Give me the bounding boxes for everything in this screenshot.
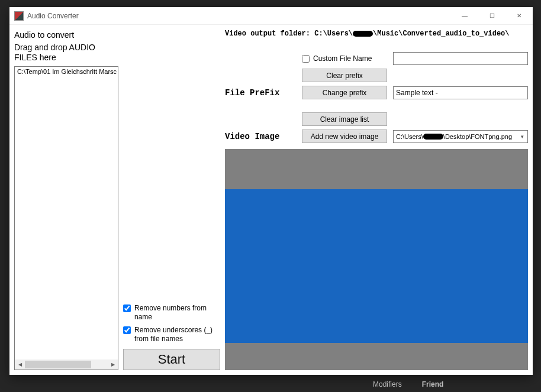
custom-filename-label: Custom File Name	[313, 54, 372, 63]
audio-heading-1: Audio to convert	[14, 30, 118, 41]
preview-top-band	[225, 149, 528, 189]
maximize-button[interactable]: ☐	[478, 7, 505, 25]
window-title: Audio Converter	[27, 12, 79, 20]
output-folder-label: Video output folder: C:\Users\\Music\Con…	[225, 30, 528, 38]
change-prefix-button[interactable]: Change prefix	[302, 86, 387, 99]
horizontal-scrollbar[interactable]: ◀ ▶	[15, 359, 118, 370]
video-image-heading: Video Image	[225, 132, 296, 141]
list-item[interactable]: C:\Temp\01 Im Gleichschritt Marsc	[15, 67, 118, 76]
remove-underscores-checkbox[interactable]	[123, 326, 131, 334]
audio-file-listbox[interactable]: C:\Temp\01 Im Gleichschritt Marsc ◀ ▶	[14, 66, 118, 371]
audio-heading-2: Drag and drop AUDIO FILES here	[14, 43, 118, 63]
video-image-combo[interactable]: C:\Users\\Desktop\FONTpng.png ▾	[393, 130, 528, 143]
minimize-button[interactable]: —	[451, 7, 478, 25]
clear-prefix-button[interactable]: Clear prefix	[302, 69, 387, 82]
preview-bottom-band	[225, 343, 528, 370]
scroll-track[interactable]	[25, 359, 108, 370]
clear-image-list-button[interactable]: Clear image list	[302, 112, 387, 126]
scroll-left-arrow-icon[interactable]: ◀	[15, 359, 25, 370]
start-button[interactable]: Start	[123, 349, 220, 370]
chevron-down-icon[interactable]: ▾	[518, 134, 526, 140]
remove-numbers-checkbox[interactable]	[123, 304, 131, 312]
close-button[interactable]: ✕	[505, 7, 533, 25]
custom-filename-input[interactable]	[393, 52, 528, 65]
file-prefix-heading: File PreFix	[225, 88, 296, 98]
add-video-image-button[interactable]: Add new video image	[302, 129, 387, 143]
video-image-preview	[225, 149, 528, 370]
app-window: Audio Converter — ☐ ✕ Audio to convert D…	[9, 7, 533, 375]
remove-underscores-label: Remove underscores (_) from file names	[134, 326, 220, 343]
bg-friend-label: Friend	[422, 380, 444, 388]
scroll-thumb[interactable]	[25, 361, 91, 368]
redacted-text	[423, 134, 443, 140]
preview-mid-band	[225, 189, 528, 343]
app-icon	[14, 11, 24, 21]
remove-numbers-label: Remove numbers from name	[134, 304, 220, 321]
custom-filename-checkbox[interactable]	[302, 55, 310, 63]
prefix-input[interactable]	[393, 86, 528, 99]
bg-modifiers-label: Modifiers	[373, 380, 402, 388]
titlebar[interactable]: Audio Converter — ☐ ✕	[9, 7, 533, 25]
redacted-text	[353, 31, 373, 37]
scroll-right-arrow-icon[interactable]: ▶	[108, 359, 118, 370]
